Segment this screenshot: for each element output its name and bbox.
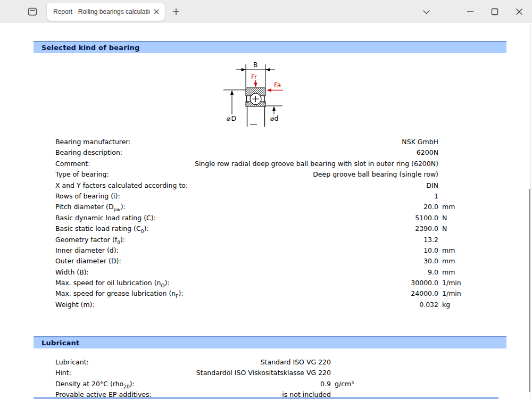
property-value: 30000.0: [55, 278, 438, 288]
property-value: 13.2: [55, 235, 438, 245]
close-window-button[interactable]: [507, 0, 531, 23]
tab-close-button[interactable]: [152, 7, 161, 16]
property-value: 0.9: [55, 379, 331, 389]
tab-bar: Report - Rolling bearings calculation: [0, 0, 532, 23]
toolbar-chevron-button[interactable]: [420, 5, 433, 18]
axial-force-label: Fa: [274, 81, 281, 89]
radial-force-label: Fr: [251, 73, 257, 81]
property-value: 5100.0: [55, 213, 438, 223]
dimension-b-label: B: [253, 61, 257, 69]
property-row: Lubricant:Standard ISO VG 220: [55, 357, 497, 368]
property-unit: kg: [442, 300, 450, 310]
property-row: Basic dynamic load rating (C):5100.0N: [55, 213, 497, 223]
property-unit: g/cm³: [335, 379, 354, 389]
property-value: Deep groove ball bearing (single row): [55, 169, 438, 180]
property-row: Rows of bearing (i):1: [55, 191, 497, 202]
property-unit: mm: [442, 245, 455, 256]
property-row: Hint:Standardöl ISO Viskositätsklasse VG…: [55, 368, 497, 378]
property-row: Max. speed for grease lubrication (nF):2…: [55, 288, 497, 299]
property-unit: mm: [442, 202, 455, 212]
property-unit: mm: [442, 256, 455, 267]
scrollbar-thumb[interactable]: [529, 189, 530, 392]
section-header-selected-kind-of-bearing: Selected kind of bearing: [34, 41, 506, 53]
property-unit: 1/min: [442, 278, 461, 288]
maximize-button[interactable]: [483, 0, 507, 23]
property-value: Single row radial deep groove ball beari…: [55, 159, 438, 169]
property-unit: 1/min: [442, 288, 461, 299]
minimize-button[interactable]: [458, 0, 483, 23]
property-row: Geometry factor (f0):13.2: [55, 235, 497, 245]
property-row: Outer diameter (D):30.0mm: [55, 256, 497, 267]
property-row: Comment:Single row radial deep groove ba…: [55, 159, 497, 169]
property-value: Standardöl ISO Viskositätsklasse VG 220: [55, 368, 331, 378]
property-unit: N: [442, 213, 447, 223]
property-row: Inner diameter (d):10.0mm: [55, 245, 497, 256]
lubricant-properties-list: Lubricant:Standard ISO VG 220Hint:Standa…: [55, 357, 497, 399]
minimize-icon: [467, 8, 474, 15]
property-value: 1: [55, 191, 438, 202]
outer-diameter-label: ⌀D: [227, 114, 237, 122]
plus-icon: [172, 8, 180, 15]
property-unit: mm: [442, 267, 455, 278]
property-value: 0.032: [55, 300, 438, 310]
property-value: DIN: [55, 180, 438, 191]
inner-diameter-label: ⌀d: [270, 114, 278, 122]
property-row: X and Y factors calculated according to:…: [55, 180, 497, 191]
new-tab-button[interactable]: [170, 6, 182, 18]
browser-window: Report - Rolling bearings calculation: [0, 0, 532, 399]
property-value: 30.0: [55, 256, 438, 267]
property-row: Max. speed for oil lubrication (nO):3000…: [55, 278, 497, 288]
property-value: 10.0: [55, 245, 438, 256]
property-row: Width (B):9.0mm: [55, 267, 497, 278]
close-icon: [516, 8, 523, 15]
property-value: 24000.0: [55, 288, 438, 299]
property-row: Bearing description:6200N: [55, 147, 497, 158]
property-value: 2390.0: [55, 223, 438, 234]
bearing-diagram: B Fr Fa ⌀D ⌀d: [213, 60, 311, 129]
tab-report[interactable]: Report - Rolling bearings calculation: [47, 3, 165, 21]
property-value: 20.0: [55, 202, 438, 212]
tab-title: Report - Rolling bearings calculation: [53, 8, 150, 15]
property-row: Weight (m):0.032kg: [55, 300, 497, 310]
property-value: NSK GmbH: [55, 137, 438, 147]
tab-actions-button[interactable]: [26, 5, 39, 19]
close-icon: [154, 9, 159, 14]
property-row: Density at 20°C (rho20):0.9g/cm³: [55, 379, 497, 389]
property-row: Type of bearing:Deep groove ball bearing…: [55, 169, 497, 180]
bearing-properties-list: Bearing manufacturer:NSK GmbHBearing des…: [55, 137, 497, 310]
property-value: 6200N: [55, 147, 438, 158]
section-header-lubricant: Lubricant: [34, 336, 506, 348]
property-unit: N: [442, 223, 447, 234]
property-value: Standard ISO VG 220: [55, 357, 331, 368]
property-row: Pitch diameter (Dpw):20.0mm: [55, 202, 497, 212]
property-row: Bearing manufacturer:NSK GmbH: [55, 137, 497, 147]
chevron-down-icon: [422, 10, 430, 14]
property-row: Basic static load rating (C0):2390.0N: [55, 223, 497, 234]
maximize-icon: [491, 8, 498, 15]
tab-actions-icon: [27, 6, 38, 17]
property-value: 9.0: [55, 267, 438, 278]
